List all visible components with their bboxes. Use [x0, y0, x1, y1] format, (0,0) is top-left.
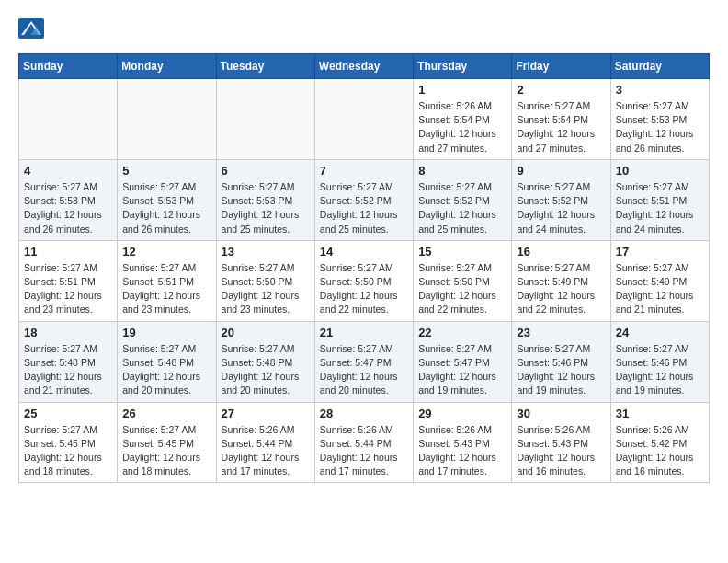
- day-number: 22: [418, 326, 506, 339]
- calendar-cell: 16Sunrise: 5:27 AM Sunset: 5:49 PM Dayli…: [512, 240, 610, 321]
- day-info: Sunrise: 5:26 AM Sunset: 5:54 PM Dayligh…: [418, 99, 506, 155]
- day-number: 19: [122, 326, 210, 339]
- calendar-week-row: 4Sunrise: 5:27 AM Sunset: 5:53 PM Daylig…: [19, 159, 710, 240]
- calendar-cell: 28Sunrise: 5:26 AM Sunset: 5:44 PM Dayli…: [314, 402, 413, 483]
- day-number: 27: [222, 407, 310, 420]
- calendar-cell: [216, 79, 314, 160]
- day-info: Sunrise: 5:27 AM Sunset: 5:48 PM Dayligh…: [222, 342, 310, 398]
- day-number: 29: [418, 407, 506, 420]
- day-info: Sunrise: 5:27 AM Sunset: 5:49 PM Dayligh…: [616, 261, 704, 317]
- day-info: Sunrise: 5:26 AM Sunset: 5:44 PM Dayligh…: [222, 423, 310, 479]
- calendar-cell: 1Sunrise: 5:26 AM Sunset: 5:54 PM Daylig…: [414, 79, 512, 160]
- day-info: Sunrise: 5:27 AM Sunset: 5:51 PM Dayligh…: [616, 180, 704, 236]
- calendar-cell: [19, 79, 118, 160]
- day-info: Sunrise: 5:27 AM Sunset: 5:52 PM Dayligh…: [418, 180, 506, 236]
- day-header-wednesday: Wednesday: [314, 54, 413, 79]
- day-number: 30: [517, 407, 605, 420]
- day-number: 3: [616, 83, 704, 97]
- day-number: 13: [222, 245, 310, 259]
- calendar-cell: 20Sunrise: 5:27 AM Sunset: 5:48 PM Dayli…: [216, 321, 314, 402]
- day-info: Sunrise: 5:27 AM Sunset: 5:53 PM Dayligh…: [222, 180, 310, 236]
- calendar-cell: 22Sunrise: 5:27 AM Sunset: 5:47 PM Dayli…: [414, 321, 512, 402]
- calendar-cell: 19Sunrise: 5:27 AM Sunset: 5:48 PM Dayli…: [118, 321, 216, 402]
- calendar-cell: 7Sunrise: 5:27 AM Sunset: 5:52 PM Daylig…: [314, 159, 413, 240]
- day-info: Sunrise: 5:27 AM Sunset: 5:46 PM Dayligh…: [517, 342, 605, 398]
- calendar-cell: 13Sunrise: 5:27 AM Sunset: 5:50 PM Dayli…: [216, 240, 314, 321]
- calendar-cell: 4Sunrise: 5:27 AM Sunset: 5:53 PM Daylig…: [19, 159, 118, 240]
- calendar-cell: 9Sunrise: 5:27 AM Sunset: 5:52 PM Daylig…: [512, 159, 610, 240]
- calendar-cell: 8Sunrise: 5:27 AM Sunset: 5:52 PM Daylig…: [414, 159, 512, 240]
- calendar-cell: 17Sunrise: 5:27 AM Sunset: 5:49 PM Dayli…: [610, 240, 709, 321]
- day-info: Sunrise: 5:27 AM Sunset: 5:47 PM Dayligh…: [320, 342, 408, 398]
- day-info: Sunrise: 5:27 AM Sunset: 5:54 PM Dayligh…: [517, 99, 605, 155]
- day-info: Sunrise: 5:27 AM Sunset: 5:51 PM Dayligh…: [122, 261, 210, 317]
- calendar-week-row: 18Sunrise: 5:27 AM Sunset: 5:48 PM Dayli…: [19, 321, 710, 402]
- calendar-table: SundayMondayTuesdayWednesdayThursdayFrid…: [18, 53, 710, 483]
- day-info: Sunrise: 5:27 AM Sunset: 5:47 PM Dayligh…: [418, 342, 506, 398]
- day-info: Sunrise: 5:27 AM Sunset: 5:48 PM Dayligh…: [122, 342, 210, 398]
- day-number: 23: [517, 326, 605, 339]
- day-number: 9: [517, 164, 605, 178]
- calendar-cell: 25Sunrise: 5:27 AM Sunset: 5:45 PM Dayli…: [19, 402, 118, 483]
- day-info: Sunrise: 5:27 AM Sunset: 5:48 PM Dayligh…: [24, 342, 112, 398]
- calendar-week-row: 1Sunrise: 5:26 AM Sunset: 5:54 PM Daylig…: [19, 79, 710, 160]
- day-info: Sunrise: 5:27 AM Sunset: 5:53 PM Dayligh…: [24, 180, 112, 236]
- calendar-cell: 27Sunrise: 5:26 AM Sunset: 5:44 PM Dayli…: [216, 402, 314, 483]
- day-info: Sunrise: 5:27 AM Sunset: 5:52 PM Dayligh…: [517, 180, 605, 236]
- day-number: 14: [320, 245, 408, 259]
- day-number: 1: [418, 83, 506, 97]
- calendar-cell: 31Sunrise: 5:26 AM Sunset: 5:42 PM Dayli…: [610, 402, 709, 483]
- day-info: Sunrise: 5:27 AM Sunset: 5:45 PM Dayligh…: [122, 423, 210, 479]
- day-info: Sunrise: 5:27 AM Sunset: 5:49 PM Dayligh…: [517, 261, 605, 317]
- day-info: Sunrise: 5:26 AM Sunset: 5:43 PM Dayligh…: [418, 423, 506, 479]
- day-header-monday: Monday: [118, 54, 216, 79]
- day-number: 20: [222, 326, 310, 339]
- day-number: 16: [517, 245, 605, 259]
- day-info: Sunrise: 5:27 AM Sunset: 5:50 PM Dayligh…: [320, 261, 408, 317]
- page-header: [18, 18, 710, 39]
- day-number: 18: [24, 326, 112, 339]
- calendar-week-row: 25Sunrise: 5:27 AM Sunset: 5:45 PM Dayli…: [19, 402, 710, 483]
- day-info: Sunrise: 5:26 AM Sunset: 5:43 PM Dayligh…: [517, 423, 605, 479]
- calendar-cell: 5Sunrise: 5:27 AM Sunset: 5:53 PM Daylig…: [118, 159, 216, 240]
- day-info: Sunrise: 5:27 AM Sunset: 5:46 PM Dayligh…: [616, 342, 704, 398]
- day-info: Sunrise: 5:27 AM Sunset: 5:52 PM Dayligh…: [320, 180, 408, 236]
- logo: [18, 18, 48, 39]
- calendar-cell: [118, 79, 216, 160]
- calendar-cell: 14Sunrise: 5:27 AM Sunset: 5:50 PM Dayli…: [314, 240, 413, 321]
- calendar-week-row: 11Sunrise: 5:27 AM Sunset: 5:51 PM Dayli…: [19, 240, 710, 321]
- day-number: 7: [320, 164, 408, 178]
- calendar-cell: 23Sunrise: 5:27 AM Sunset: 5:46 PM Dayli…: [512, 321, 610, 402]
- day-info: Sunrise: 5:27 AM Sunset: 5:53 PM Dayligh…: [616, 99, 704, 155]
- day-number: 25: [24, 407, 112, 420]
- logo-icon: [18, 18, 44, 39]
- calendar-cell: 2Sunrise: 5:27 AM Sunset: 5:54 PM Daylig…: [512, 79, 610, 160]
- calendar-cell: 10Sunrise: 5:27 AM Sunset: 5:51 PM Dayli…: [610, 159, 709, 240]
- calendar-cell: [314, 79, 413, 160]
- day-info: Sunrise: 5:26 AM Sunset: 5:44 PM Dayligh…: [320, 423, 408, 479]
- day-header-thursday: Thursday: [414, 54, 512, 79]
- calendar-cell: 6Sunrise: 5:27 AM Sunset: 5:53 PM Daylig…: [216, 159, 314, 240]
- calendar-cell: 24Sunrise: 5:27 AM Sunset: 5:46 PM Dayli…: [610, 321, 709, 402]
- calendar-cell: 11Sunrise: 5:27 AM Sunset: 5:51 PM Dayli…: [19, 240, 118, 321]
- day-header-friday: Friday: [512, 54, 610, 79]
- calendar-cell: 18Sunrise: 5:27 AM Sunset: 5:48 PM Dayli…: [19, 321, 118, 402]
- day-number: 15: [418, 245, 506, 259]
- day-number: 6: [222, 164, 310, 178]
- day-number: 26: [122, 407, 210, 420]
- day-number: 8: [418, 164, 506, 178]
- day-header-sunday: Sunday: [19, 54, 118, 79]
- calendar-cell: 12Sunrise: 5:27 AM Sunset: 5:51 PM Dayli…: [118, 240, 216, 321]
- calendar-header-row: SundayMondayTuesdayWednesdayThursdayFrid…: [19, 54, 710, 79]
- day-info: Sunrise: 5:27 AM Sunset: 5:45 PM Dayligh…: [24, 423, 112, 479]
- day-info: Sunrise: 5:27 AM Sunset: 5:51 PM Dayligh…: [24, 261, 112, 317]
- day-number: 28: [320, 407, 408, 420]
- calendar-cell: 15Sunrise: 5:27 AM Sunset: 5:50 PM Dayli…: [414, 240, 512, 321]
- day-header-tuesday: Tuesday: [216, 54, 314, 79]
- day-number: 5: [122, 164, 210, 178]
- calendar-cell: 26Sunrise: 5:27 AM Sunset: 5:45 PM Dayli…: [118, 402, 216, 483]
- day-number: 12: [122, 245, 210, 259]
- day-info: Sunrise: 5:27 AM Sunset: 5:50 PM Dayligh…: [418, 261, 506, 317]
- day-info: Sunrise: 5:27 AM Sunset: 5:53 PM Dayligh…: [122, 180, 210, 236]
- calendar-cell: 21Sunrise: 5:27 AM Sunset: 5:47 PM Dayli…: [314, 321, 413, 402]
